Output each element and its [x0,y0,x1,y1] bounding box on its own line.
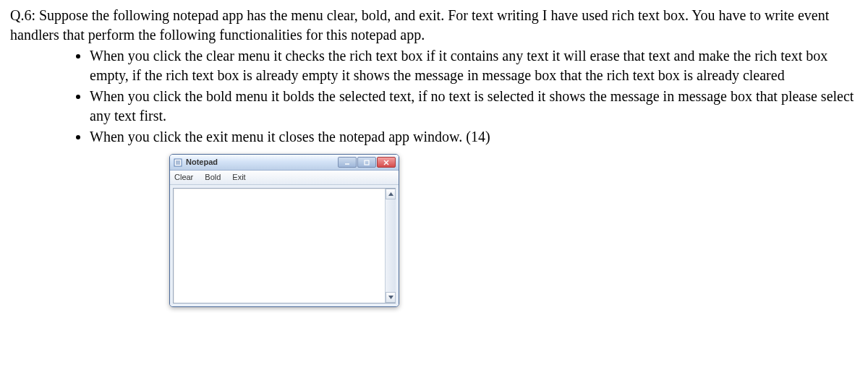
list-item: When you click the clear menu it checks … [90,46,858,85]
list-item: When you click the bold menu it bolds th… [90,87,858,126]
window-title: Notepad [186,157,338,168]
richtextbox[interactable] [173,188,396,304]
svg-rect-5 [365,160,369,165]
close-button[interactable] [377,157,396,168]
scroll-up-button[interactable] [386,189,396,199]
maximize-button[interactable] [357,157,376,168]
menu-clear[interactable]: Clear [174,172,193,183]
question-heading: Q.6: Suppose the following notepad app h… [10,6,858,45]
notepad-window: Notepad Clear Bold Exit [169,154,399,307]
svg-marker-9 [388,296,393,299]
menu-exit[interactable]: Exit [232,172,245,183]
menubar: Clear Bold Exit [170,171,399,185]
list-item: When you click the exit menu it closes t… [90,127,858,147]
menu-bold[interactable]: Bold [205,172,221,183]
app-icon [173,158,183,168]
vertical-scrollbar[interactable] [385,189,396,303]
richtextbox-container [170,185,399,306]
minimize-button[interactable] [338,157,357,168]
scroll-track[interactable] [386,199,396,292]
window-controls [338,157,396,168]
svg-marker-8 [388,192,393,196]
titlebar[interactable]: Notepad [170,155,399,171]
scroll-down-button[interactable] [386,292,396,303]
question-bullet-list: When you click the clear menu it checks … [75,46,858,147]
